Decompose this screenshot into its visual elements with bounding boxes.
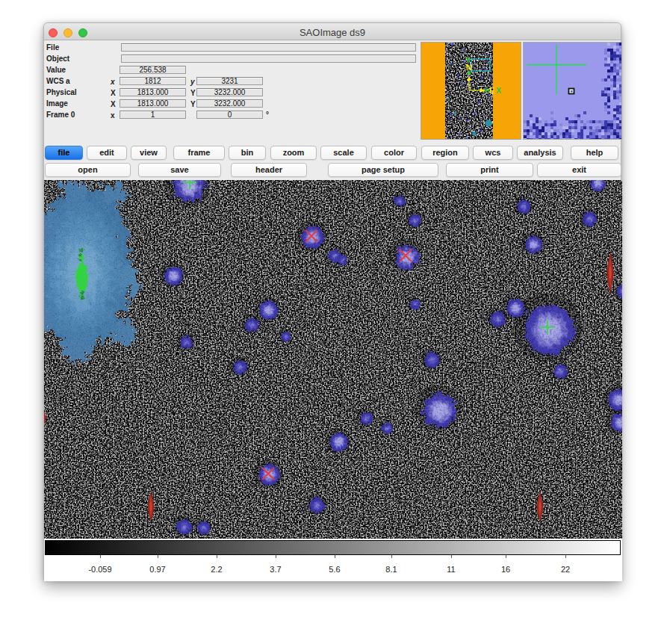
svg-text:E: E <box>489 86 494 95</box>
svg-text:X: X <box>496 86 501 95</box>
svg-text:Y: Y <box>465 55 471 64</box>
